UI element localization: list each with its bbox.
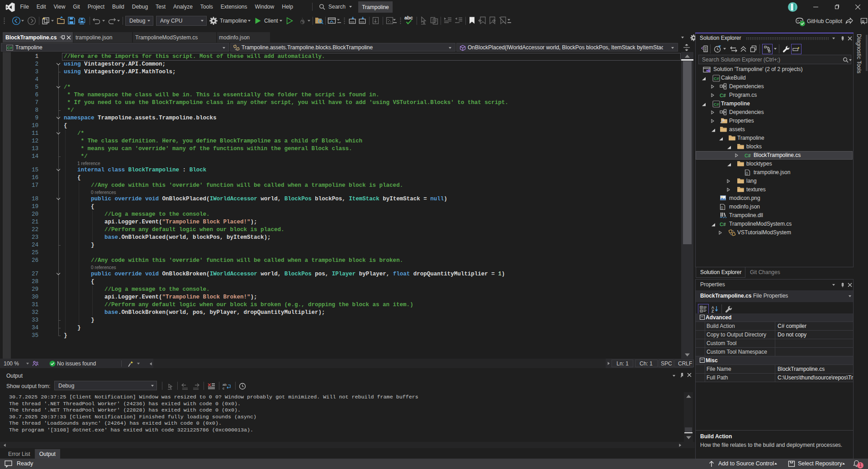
svg-text:Z: Z xyxy=(711,309,714,313)
svg-text:C: C xyxy=(745,153,748,158)
svg-text:{}: {} xyxy=(746,171,749,175)
svg-text:C#: C# xyxy=(714,76,719,81)
svg-text:#: # xyxy=(723,93,726,98)
svg-text:C: C xyxy=(720,93,723,98)
svg-text:C: C xyxy=(720,222,723,227)
svg-text:#: # xyxy=(748,153,751,158)
svg-text:#: # xyxy=(723,222,726,227)
svg-text:c: c xyxy=(223,386,224,390)
svg-text:C#: C# xyxy=(714,102,719,107)
svg-text:{}: {} xyxy=(721,205,724,209)
